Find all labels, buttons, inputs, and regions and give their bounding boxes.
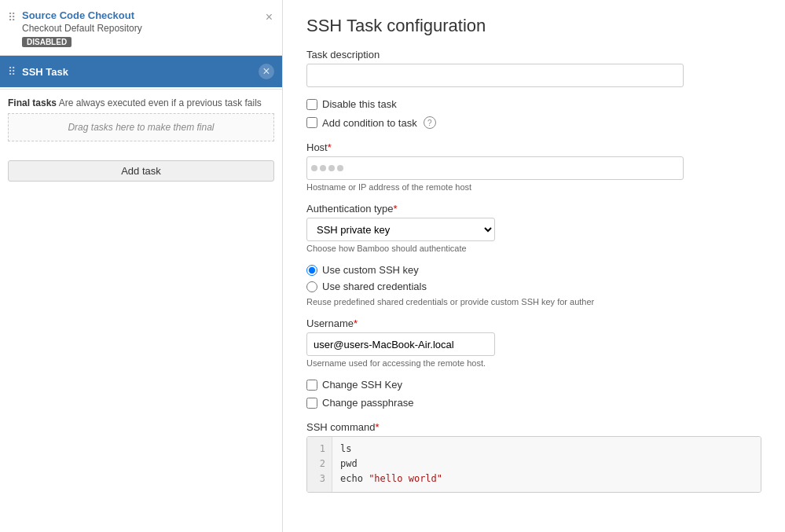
drag-hint-text: Drag tasks here to make them final — [8, 113, 274, 141]
source-checkout-title: Source Code Checkout — [22, 9, 264, 21]
line-number-1: 1 — [314, 442, 325, 457]
right-panel: SSH Task configuration Task description … — [283, 0, 785, 532]
editor-content-area: 1 2 3 ls pwd echo "hello world" — [307, 437, 761, 492]
ssh-command-section: SSH command* 1 2 3 ls pwd echo "hello wo… — [306, 421, 761, 493]
task-description-section: Task description — [306, 49, 761, 87]
host-label: Host* — [306, 141, 761, 153]
task-description-label: Task description — [306, 49, 761, 61]
change-ssh-key-row: Change SSH Key — [306, 379, 761, 391]
source-checkout-info: Source Code Checkout Checkout Default Re… — [22, 9, 264, 47]
ssh-drag-handle-icon: ⠿ — [8, 65, 16, 78]
ssh-command-editor[interactable]: 1 2 3 ls pwd echo "hello world" — [306, 436, 761, 493]
add-task-button[interactable]: Add task — [8, 160, 274, 182]
use-custom-label: Use custom SSH key — [322, 264, 419, 276]
line-numbers: 1 2 3 — [307, 437, 332, 492]
source-checkout-item[interactable]: ⠿ Source Code Checkout Checkout Default … — [0, 0, 282, 56]
lock-overlay — [311, 165, 343, 171]
code-line-2: pwd — [340, 457, 753, 471]
final-tasks-section: Final tasks Are always executed even if … — [0, 89, 282, 154]
host-input-wrapper — [306, 156, 684, 180]
add-condition-row: Add condition to task ? — [306, 116, 761, 129]
code-line-1: ls — [340, 442, 753, 457]
ssh-command-label: SSH command* — [306, 421, 761, 433]
username-input[interactable] — [306, 332, 495, 356]
line-number-3: 3 — [314, 471, 325, 486]
auth-type-select[interactable]: SSH private key Password — [306, 218, 495, 241]
final-tasks-label: Final tasks Are always executed even if … — [8, 97, 274, 108]
change-ssh-key-label: Change SSH Key — [322, 379, 402, 391]
lock-dot-2 — [320, 165, 326, 171]
change-passphrase-checkbox[interactable] — [306, 398, 317, 409]
lock-dot-4 — [337, 165, 343, 171]
auth-method-hint: Reuse predefined shared credentials or p… — [306, 297, 761, 306]
ssh-task-title: SSH Task — [22, 66, 259, 78]
host-input[interactable] — [306, 156, 684, 180]
disabled-badge: DISABLED — [22, 37, 72, 47]
disable-task-label: Disable this task — [322, 98, 397, 110]
use-custom-radio[interactable] — [306, 265, 317, 276]
auth-type-label: Authentication type* — [306, 203, 761, 215]
add-condition-help-icon[interactable]: ? — [424, 116, 436, 129]
code-string-hello-world: "hello world" — [369, 473, 442, 484]
disable-task-checkbox[interactable] — [306, 99, 317, 110]
disable-task-row: Disable this task — [306, 98, 761, 110]
drag-handle-icon: ⠿ — [8, 11, 16, 24]
auth-type-hint: Choose how Bamboo should authenticate — [306, 244, 761, 253]
change-ssh-key-checkbox[interactable] — [306, 380, 317, 391]
editor-code: ls pwd echo "hello world" — [332, 437, 761, 492]
config-title: SSH Task configuration — [306, 16, 761, 36]
use-shared-radio[interactable] — [306, 281, 317, 292]
line-number-2: 2 — [314, 457, 325, 471]
source-checkout-subtitle: Checkout Default Repository — [22, 23, 264, 34]
auth-type-section: Authentication type* SSH private key Pas… — [306, 203, 761, 253]
code-line-3: echo "hello world" — [340, 471, 753, 486]
auth-method-section: Use custom SSH key Use shared credential… — [306, 264, 761, 306]
username-section: Username* Username used for accessing th… — [306, 317, 761, 368]
use-shared-row: Use shared credentials — [306, 281, 761, 292]
username-hint: Username used for accessing the remote h… — [306, 358, 761, 368]
task-description-input[interactable] — [306, 64, 684, 87]
change-passphrase-label: Change passphrase — [322, 397, 413, 409]
use-shared-label: Use shared credentials — [322, 281, 427, 292]
lock-dot-3 — [328, 165, 335, 171]
source-checkout-close-button[interactable]: × — [264, 9, 274, 25]
lock-dot-1 — [311, 165, 317, 171]
host-hint: Hostname or IP address of the remote hos… — [306, 182, 761, 192]
change-passphrase-row: Change passphrase — [306, 397, 761, 409]
ssh-task-item[interactable]: ⠿ SSH Task × — [0, 56, 282, 87]
add-condition-label: Add condition to task — [322, 117, 417, 129]
username-label: Username* — [306, 317, 761, 329]
lock-dots — [311, 165, 343, 171]
host-section: Host* Hostname or IP address of the remo… — [306, 141, 761, 192]
ssh-task-close-button[interactable]: × — [259, 64, 274, 79]
use-custom-row: Use custom SSH key — [306, 264, 761, 276]
left-panel: ⠿ Source Code Checkout Checkout Default … — [0, 0, 283, 532]
add-condition-checkbox[interactable] — [306, 117, 317, 128]
